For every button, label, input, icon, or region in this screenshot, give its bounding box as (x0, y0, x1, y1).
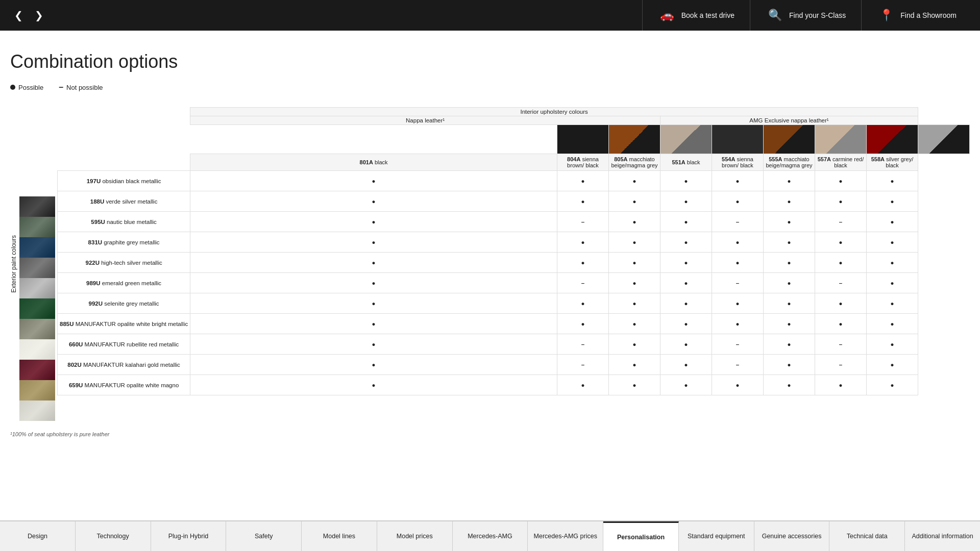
possible-cell: ● (712, 293, 764, 314)
possible-cell: ● (815, 293, 867, 314)
possible-cell: ● (609, 171, 660, 191)
exterior-paint-label: Exterior paint colours (10, 235, 17, 293)
possible-cell: ● (557, 293, 609, 314)
find-s-class-label: Find your S-Class (789, 11, 846, 19)
book-test-drive-label: Book a test drive (681, 11, 734, 19)
exterior-swatch-922U (19, 278, 55, 298)
possible-cell: ● (867, 273, 918, 293)
possible-cell: ● (867, 191, 918, 212)
possible-cell: ● (712, 171, 764, 191)
exterior-color-name-197U: 197U obsidian black metallic (58, 171, 190, 191)
legend: Possible – Not possible (10, 83, 970, 92)
bottom-nav-item-technical-data[interactable]: Technical data (829, 521, 905, 551)
exterior-color-name-989U: 989U emerald green metallic (58, 273, 190, 293)
table-row: 802U MANUFAKTUR kalahari gold metallic●–… (58, 355, 970, 375)
exterior-swatch-188U (19, 217, 55, 237)
find-s-class-button[interactable]: 🔍 Find your S-Class (750, 0, 861, 31)
upholstery-label-805A: 805A macchiato beige/magma grey (609, 154, 660, 171)
exterior-color-name-992U: 992U selenite grey metallic (58, 293, 190, 314)
possible-cell: ● (660, 273, 712, 293)
bottom-nav-item-plugin-hybrid[interactable]: Plug-in Hybrid (151, 521, 227, 551)
possible-cell: ● (764, 375, 815, 395)
possible-cell: ● (764, 355, 815, 375)
possible-cell: ● (712, 191, 764, 212)
table-row: 885U MANUFAKTUR opalite white bright met… (58, 314, 970, 334)
exterior-color-name-660U: 660U MANUFAKTUR rubellite red metallic (58, 334, 190, 355)
next-button[interactable]: ❯ (29, 5, 49, 26)
possible-cell: ● (609, 334, 660, 355)
possible-cell: ● (609, 375, 660, 395)
not-possible-cell: – (712, 334, 764, 355)
exterior-swatch-197U (19, 196, 55, 217)
exterior-swatches-col (19, 107, 55, 421)
table-row: 595U nautic blue metallic●–●●–●–● (58, 212, 970, 232)
exterior-label-wrapper: Exterior paint colours (10, 107, 55, 421)
possible-cell: ● (764, 293, 815, 314)
possible-cell: ● (867, 171, 918, 191)
table-row: 659U MANUFAKTUR opalite white magno●●●●●… (58, 375, 970, 395)
possible-cell: ● (609, 212, 660, 232)
upholstery-label-551A: 551A black (660, 154, 712, 171)
possible-cell: ● (609, 355, 660, 375)
exterior-color-name-831U: 831U graphite grey metallic (58, 232, 190, 253)
not-possible-cell: – (712, 273, 764, 293)
possible-cell: ● (712, 314, 764, 334)
bottom-nav-item-mercedes-amg-prices[interactable]: Mercedes-AMG prices (528, 521, 603, 551)
legend-not-possible: – Not possible (59, 83, 103, 92)
possible-cell: ● (190, 171, 557, 191)
possible-cell: ● (660, 212, 712, 232)
possible-cell: ● (557, 375, 609, 395)
possible-cell: ● (660, 334, 712, 355)
possible-cell: ● (867, 375, 918, 395)
bottom-nav-item-safety[interactable]: Safety (226, 521, 302, 551)
bottom-nav-item-model-lines[interactable]: Model lines (302, 521, 377, 551)
possible-cell: ● (815, 171, 867, 191)
exterior-swatch-595U (19, 237, 55, 258)
not-possible-cell: – (557, 334, 609, 355)
table-row: 660U MANUFAKTUR rubellite red metallic●–… (58, 334, 970, 355)
not-possible-cell: – (712, 355, 764, 375)
upholstery-color-swatch-554A (764, 125, 815, 154)
book-test-drive-button[interactable]: 🚗 Book a test drive (642, 0, 750, 31)
bottom-nav-item-personalisation[interactable]: Personalisation (603, 521, 679, 551)
combination-table-wrapper: Exterior paint colours Interior upholste… (10, 107, 970, 421)
car-search-icon: 🔍 (766, 6, 784, 24)
possible-cell: ● (712, 375, 764, 395)
prev-button[interactable]: ❮ (8, 5, 29, 26)
interior-title-header: Interior upholstery colours (190, 108, 918, 116)
possible-cell: ● (815, 232, 867, 253)
possible-cell: ● (190, 314, 557, 334)
possible-cell: ● (867, 293, 918, 314)
possible-cell: ● (190, 191, 557, 212)
bottom-nav-item-design[interactable]: Design (0, 521, 76, 551)
possible-cell: ● (764, 212, 815, 232)
possible-cell: ● (190, 232, 557, 253)
not-possible-cell: – (815, 355, 867, 375)
bottom-nav-item-standard-equipment[interactable]: Standard equipment (679, 521, 754, 551)
find-showroom-button[interactable]: 📍 Find a Showroom (861, 0, 972, 31)
possible-cell: ● (815, 375, 867, 395)
bottom-nav-item-additional-information[interactable]: Additional information (905, 521, 980, 551)
possible-cell: ● (764, 273, 815, 293)
possible-cell: ● (557, 232, 609, 253)
bottom-nav-item-model-prices[interactable]: Model prices (377, 521, 453, 551)
legend-possible: Possible (10, 84, 43, 91)
possible-cell: ● (190, 375, 557, 395)
nappa-leather-header: Nappa leather¹ (190, 116, 660, 125)
possible-cell: ● (867, 212, 918, 232)
upholstery-label-557A: 557A carmine red/ black (815, 154, 867, 171)
exterior-swatch-802U (19, 380, 55, 400)
possible-cell: ● (815, 191, 867, 212)
possible-cell: ● (764, 191, 815, 212)
possible-cell: ● (867, 314, 918, 334)
possible-cell: ● (712, 253, 764, 273)
exterior-color-name-595U: 595U nautic blue metallic (58, 212, 190, 232)
not-possible-cell: – (815, 334, 867, 355)
bottom-nav-item-genuine-accessories[interactable]: Genuine accessories (754, 521, 830, 551)
possible-cell: ● (557, 191, 609, 212)
possible-cell: ● (609, 191, 660, 212)
table-row: 831U graphite grey metallic●●●●●●●● (58, 232, 970, 253)
bottom-nav-item-mercedes-amg[interactable]: Mercedes-AMG (453, 521, 528, 551)
possible-cell: ● (190, 355, 557, 375)
bottom-nav-item-technology[interactable]: Technology (76, 521, 151, 551)
